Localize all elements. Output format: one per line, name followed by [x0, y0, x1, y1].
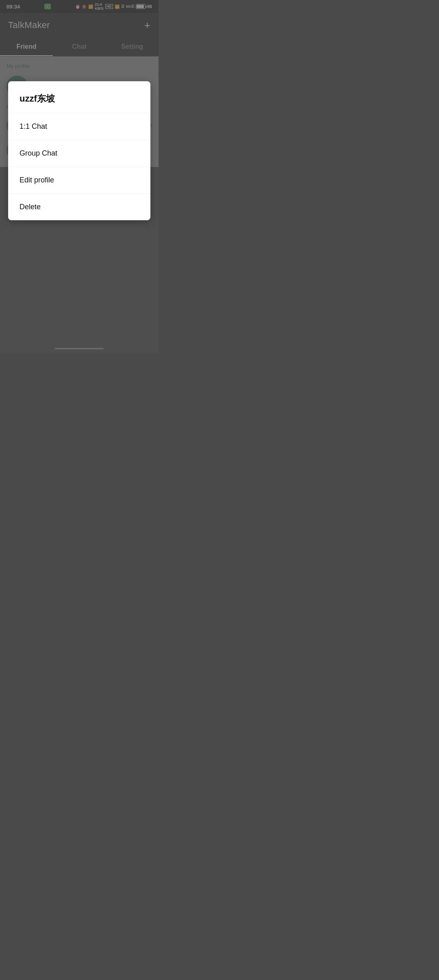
context-menu-title: uzzf东坡 [8, 81, 150, 113]
context-menu-dialog: uzzf东坡 1:1 Chat Group Chat Edit profile … [8, 81, 150, 220]
context-menu-item-edit-profile[interactable]: Edit profile [8, 167, 150, 193]
context-menu-item-1-1-chat[interactable]: 1:1 Chat [8, 113, 150, 140]
context-menu-item-group-chat[interactable]: Group Chat [8, 140, 150, 167]
context-menu-item-delete[interactable]: Delete [8, 193, 150, 220]
